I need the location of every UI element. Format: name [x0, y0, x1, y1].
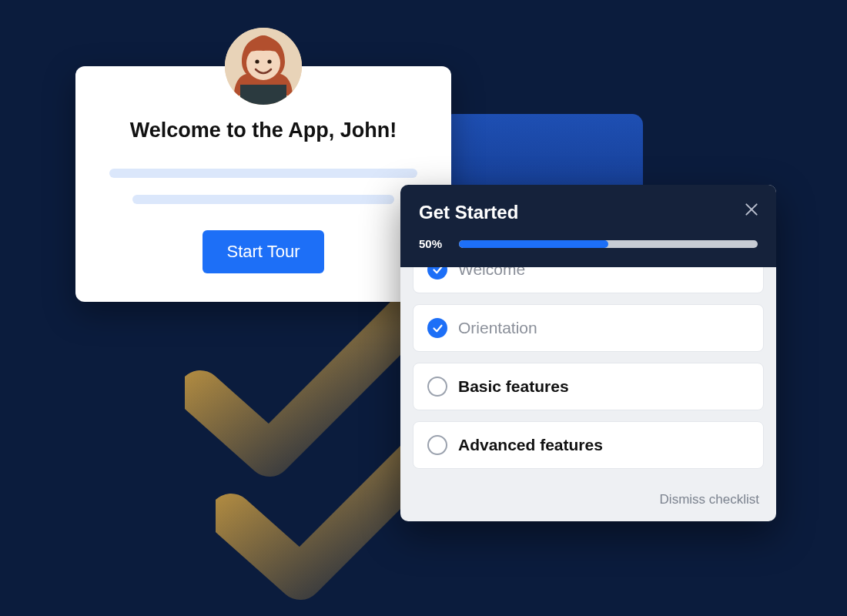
progress-fill: [459, 240, 608, 248]
decorative-check-icon: [185, 285, 431, 485]
avatar: [225, 28, 302, 105]
checklist-item-advanced-features[interactable]: Advanced features: [413, 421, 764, 469]
dismiss-checklist-link[interactable]: Dismiss checklist: [400, 480, 776, 521]
placeholder-line: [132, 195, 394, 204]
progress-track: [459, 240, 758, 248]
svg-point-2: [255, 59, 259, 63]
checklist-title: Get Started: [419, 202, 758, 223]
close-icon[interactable]: [741, 199, 762, 220]
checklist-body: Welcome Orientation Basic features Advan…: [400, 246, 776, 480]
progress-percent: 50%: [419, 237, 448, 250]
check-todo-icon: [427, 435, 447, 455]
check-todo-icon: [427, 377, 447, 397]
welcome-card: Welcome to the App, John! Start Tour: [75, 66, 451, 302]
checklist-item-orientation[interactable]: Orientation: [413, 304, 764, 352]
svg-point-3: [267, 59, 271, 63]
start-tour-button[interactable]: Start Tour: [203, 230, 325, 273]
progress-row: 50%: [419, 237, 758, 250]
checklist-item-label: Advanced features: [458, 436, 603, 454]
checklist-item-label: Orientation: [458, 319, 537, 337]
checklist-item-label: Basic features: [458, 377, 569, 396]
svg-rect-4: [240, 85, 286, 105]
checklist-header: Get Started 50%: [400, 185, 776, 267]
welcome-title: Welcome to the App, John!: [106, 119, 420, 142]
check-done-icon: [427, 318, 447, 338]
placeholder-line: [109, 169, 417, 178]
checklist-item-basic-features[interactable]: Basic features: [413, 363, 764, 410]
checklist-panel: Get Started 50% Welcome Orientation: [400, 185, 776, 521]
